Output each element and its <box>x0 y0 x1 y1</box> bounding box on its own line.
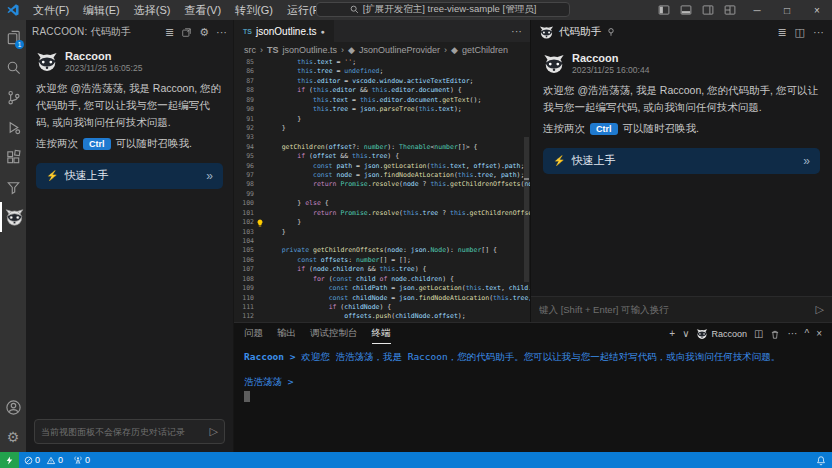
menu-edit[interactable]: 编辑(E) <box>76 3 127 18</box>
code-line: 95 if (offset && this.tree) { <box>234 152 530 161</box>
customize-layout-icon[interactable] <box>724 4 736 16</box>
chevron-right-icon: » <box>803 154 810 168</box>
code-line: 110 const childNode = json.findNodeAtLoc… <box>234 294 530 303</box>
code-line: 96 const path = json.getLocation(this.te… <box>234 162 530 171</box>
settings-gear-icon[interactable]: ⚙ <box>199 27 209 38</box>
vscode-window: 文件(F) 编辑(E) 选择(S) 查看(V) 转到(G) 运行(R) ··· … <box>0 0 832 468</box>
close-panel-icon[interactable]: × <box>816 329 822 339</box>
error-icon <box>24 456 33 465</box>
explorer-icon[interactable]: 1 <box>0 22 26 52</box>
command-center-search[interactable]: [扩展开发宿主] tree-view-sample [管理员] <box>316 2 570 17</box>
tab-problems[interactable]: 问题 <box>244 324 263 344</box>
editor-actions: ··· <box>511 20 530 42</box>
breadcrumb: src › TS jsonOutline.ts › ◆ JsonOutlineP… <box>234 42 530 58</box>
code-line: 99 <box>234 190 530 199</box>
raccoon-avatar <box>36 51 58 73</box>
more-actions-icon[interactable]: ··· <box>216 27 227 38</box>
broadcast-status[interactable]: 0 <box>68 455 95 465</box>
chat-input[interactable] <box>539 304 810 315</box>
menubar: 文件(F) 编辑(E) 选择(S) 查看(V) 转到(G) 运行(R) ··· <box>26 3 356 18</box>
menu-view[interactable]: 查看(V) <box>177 3 228 18</box>
new-terminal-icon[interactable]: + <box>669 329 675 339</box>
editor-tabbar: TS jsonOutline.ts ● ··· <box>234 20 530 42</box>
menu-goto[interactable]: 转到(G) <box>228 3 280 18</box>
code-line: 112 offsets.push(childNode.offset); <box>234 312 530 321</box>
tab-jsonoutline[interactable]: TS jsonOutline.ts ● <box>234 20 335 42</box>
code-line: 104 <box>234 237 530 246</box>
chat-input[interactable] <box>41 427 206 437</box>
editor-more-actions-icon[interactable]: ··· <box>511 25 522 37</box>
tab-debug-console[interactable]: 调试控制台 <box>310 324 358 344</box>
terminal-line: Raccoon > 欢迎您 浩浩荡荡，我是 Raccoon，您的代码助手。您可以… <box>244 350 822 365</box>
code-line: 105 private getChildrenOffsets(node: jso… <box>234 246 530 255</box>
panel-header: 问题 输出 调试控制台 终端 + ∨ Raccoon ◫ <box>234 323 832 345</box>
editor-scrollbar[interactable] <box>523 58 530 322</box>
panel-menu-icon[interactable]: ≣ <box>777 26 786 39</box>
breadcrumb-src[interactable]: src <box>244 45 256 55</box>
right-input-area: ▷ <box>531 296 832 322</box>
toggle-panel-icon[interactable] <box>680 4 692 16</box>
remote-indicator[interactable] <box>0 452 19 468</box>
code-line: 102 } <box>234 218 530 227</box>
close-button[interactable]: × <box>802 0 832 20</box>
code-line: 86 this.tree = undefined; <box>234 67 530 76</box>
breadcrumb-class[interactable]: JsonOutlineProvider <box>359 45 440 55</box>
code-line: 101 return Promise.resolve(this.tree ? t… <box>234 209 530 218</box>
open-in-editor-icon[interactable] <box>181 27 192 38</box>
panel-more-icon[interactable]: ··· <box>787 329 797 339</box>
tab-terminal[interactable]: 终端 <box>372 324 391 344</box>
bolt-icon <box>5 455 14 466</box>
code-line: 98 return Promise.resolve(node ? this.ge… <box>234 180 530 189</box>
terminal-profile[interactable]: Raccoon <box>696 328 747 340</box>
split-editor-icon[interactable]: ◫ <box>795 26 805 39</box>
send-icon[interactable]: ▷ <box>816 303 824 316</box>
problems-status[interactable]: 0 0 <box>19 455 68 465</box>
terminal-output[interactable]: Raccoon > 欢迎您 浩浩荡荡，我是 Raccoon，您的代码助手。您可以… <box>234 345 832 452</box>
lightbulb-icon[interactable] <box>254 218 266 227</box>
panel-more-icon[interactable]: ··· <box>813 26 824 38</box>
maximize-button[interactable]: □ <box>772 0 802 20</box>
menu-file[interactable]: 文件(F) <box>26 3 76 18</box>
pin-icon[interactable] <box>606 27 616 37</box>
menu-selection[interactable]: 选择(S) <box>127 3 178 18</box>
vscode-logo-icon <box>6 2 22 18</box>
notifications[interactable] <box>816 455 832 466</box>
toggle-secondary-sidebar-icon[interactable] <box>702 4 714 16</box>
settings-gear-icon[interactable]: ⚙ <box>0 422 26 452</box>
bolt-icon: ⚡ <box>553 155 565 166</box>
account-icon[interactable] <box>0 392 26 422</box>
kill-terminal-icon[interactable] <box>770 329 780 340</box>
terminal-profile-dropdown-icon[interactable]: ∨ <box>682 329 689 339</box>
split-terminal-icon[interactable]: ◫ <box>754 329 763 339</box>
layout-controls <box>658 4 736 16</box>
hint-suffix: 可以随时召唤我. <box>623 122 699 136</box>
raccoon-terminal-icon <box>696 328 708 340</box>
search-icon[interactable] <box>0 52 26 82</box>
maximize-panel-icon[interactable]: ^ <box>804 329 809 339</box>
quickstart-button[interactable]: ⚡ 快速上手 » <box>543 148 820 174</box>
minimize-button[interactable]: ─ <box>742 0 772 20</box>
breadcrumb-file[interactable]: jsonOutline.ts <box>283 45 338 55</box>
chat-area: Raccoon 2023/11/25 16:05:25 欢迎您 @浩浩荡荡, 我… <box>26 44 233 411</box>
typescript-file-icon: TS <box>267 45 279 55</box>
raccoon-extension-icon[interactable] <box>0 202 26 232</box>
tab-output[interactable]: 输出 <box>277 324 296 344</box>
breadcrumb-separator: › <box>444 45 447 55</box>
new-session-icon[interactable]: ≣ <box>165 27 174 38</box>
filter-tool-icon[interactable] <box>0 172 26 202</box>
quickstart-button[interactable]: ⚡ 快速上手 » <box>36 163 223 189</box>
source-control-icon[interactable] <box>0 82 26 112</box>
code-editor[interactable]: 85 this.text = '';86 this.tree = undefin… <box>234 58 530 322</box>
code-line: 92 } <box>234 124 530 133</box>
toggle-sidebar-icon[interactable] <box>658 4 670 16</box>
breadcrumb-method[interactable]: getChildren <box>462 45 508 55</box>
right-panel-title: 代码助手 <box>559 25 601 39</box>
code-line: 106 const offsets: number[] = []; <box>234 256 530 265</box>
hint-suffix: 可以随时召唤我. <box>116 137 192 151</box>
run-debug-icon[interactable] <box>0 112 26 142</box>
send-icon[interactable]: ▷ <box>210 425 218 438</box>
extensions-icon[interactable] <box>0 142 26 172</box>
modified-dot-icon[interactable]: ● <box>321 28 325 35</box>
sidebar-input-area: ▷ <box>26 411 233 452</box>
message-timestamp: 2023/11/25 16:00:44 <box>572 65 649 75</box>
